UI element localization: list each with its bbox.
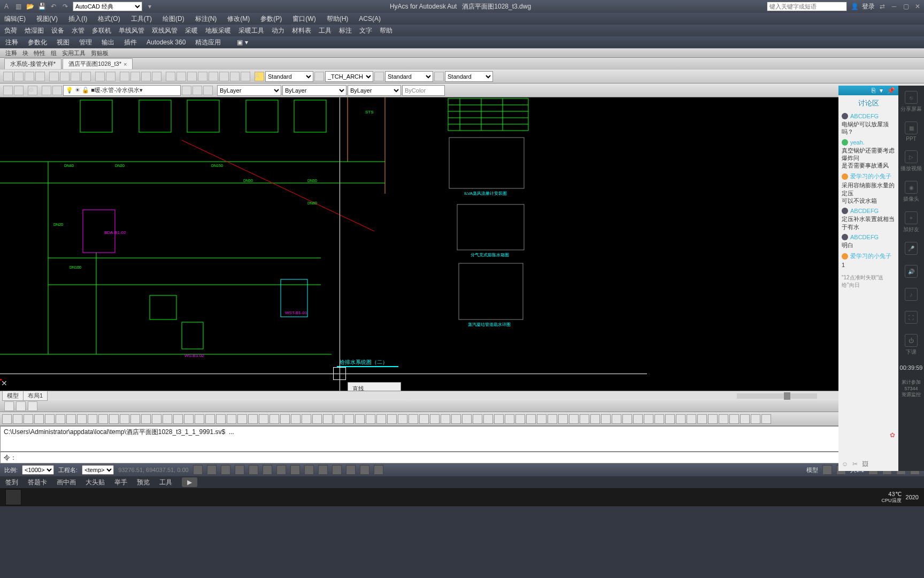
pin-icon[interactable]: 📌 (887, 87, 895, 94)
tool-icon[interactable] (237, 414, 247, 424)
scissor-icon[interactable]: ✂ (852, 460, 858, 468)
sc-icon[interactable] (332, 465, 342, 475)
taskbar-app-icon[interactable] (5, 489, 21, 505)
ml-style-combo[interactable]: Standard (445, 71, 493, 82)
hyacs-vrf[interactable]: 多联机 (92, 26, 111, 35)
layer-icon[interactable] (42, 86, 51, 95)
menu-acs[interactable]: ACS(A) (359, 15, 381, 22)
mic-button[interactable]: 🎤 (905, 242, 918, 256)
tool-icon[interactable] (25, 72, 34, 81)
tb-icon[interactable] (166, 72, 175, 81)
qb-icon[interactable] (4, 401, 14, 411)
tool-icon[interactable] (526, 414, 536, 424)
model-tab[interactable]: 模型 (2, 391, 24, 401)
tool-icon[interactable] (98, 414, 108, 424)
tool-icon[interactable] (227, 414, 236, 424)
music-button[interactable]: ♪ (905, 288, 918, 302)
tool-icon[interactable] (387, 414, 397, 424)
gear-icon[interactable]: ⚙ (28, 86, 37, 95)
tool-icon[interactable] (601, 414, 611, 424)
dim-style-combo[interactable]: _TCH_ARCH (325, 71, 373, 82)
tool-icon[interactable] (312, 414, 322, 424)
tool-icon[interactable] (419, 414, 429, 424)
panel-group[interactable]: 组 (51, 49, 57, 57)
hyacs-dim[interactable]: 标注 (339, 26, 352, 35)
ribbon-manage[interactable]: 管理 (79, 38, 92, 47)
hyacs-heating[interactable]: 采暖 (185, 26, 198, 35)
save-icon[interactable]: 💾 (37, 2, 46, 11)
zoomwin-icon[interactable] (141, 72, 151, 81)
panel-props[interactable]: 特性 (34, 49, 45, 57)
ribbon-parametric[interactable]: 参数化 (28, 38, 47, 47)
tool-icon[interactable] (366, 414, 375, 424)
tool-icon[interactable] (152, 414, 161, 424)
grid-icon[interactable] (207, 465, 217, 475)
more-icon[interactable]: ▾ (145, 2, 154, 11)
am-icon[interactable] (346, 465, 356, 475)
tool-icon[interactable] (740, 414, 750, 424)
tool-icon[interactable] (173, 414, 183, 424)
panel-annotate[interactable]: 注释 (5, 49, 17, 57)
tool-icon[interactable] (66, 414, 76, 424)
linetype-combo[interactable]: ByLayer (282, 85, 346, 96)
project-combo[interactable]: <temp> (82, 465, 114, 475)
camera-button[interactable]: ◉摄像头 (903, 181, 919, 203)
layer-icon[interactable] (52, 86, 62, 95)
command-input[interactable]: 令： (0, 452, 924, 463)
menu-insert[interactable]: 插入(I) (68, 14, 87, 24)
share-screen-button[interactable]: ⎋ 分享屏幕 (900, 91, 922, 113)
tb-icon[interactable] (209, 72, 218, 81)
ribbon-360[interactable]: Autodesk 360 (147, 39, 186, 46)
tool-icon[interactable] (761, 414, 771, 424)
tool-icon[interactable] (473, 414, 482, 424)
dyn-icon[interactable] (276, 465, 286, 475)
tool-icon[interactable] (302, 414, 311, 424)
sb-icon[interactable] (822, 465, 832, 475)
tool-icon[interactable] (665, 414, 675, 424)
ribbon-featured[interactable]: 精选应用 (195, 38, 221, 47)
popout-icon[interactable]: ⎘ (872, 87, 875, 94)
tb-icon[interactable] (187, 72, 197, 81)
hyacs-load[interactable]: 负荷 (4, 26, 17, 35)
hyacs-heattools[interactable]: 采暖工具 (238, 26, 264, 35)
hyacs-floorheat[interactable]: 地板采暖 (205, 26, 231, 35)
panel-block[interactable]: 块 (22, 49, 28, 57)
tb-icon[interactable] (230, 72, 240, 81)
cut-icon[interactable] (49, 72, 59, 81)
hyacs-power[interactable]: 动力 (272, 26, 284, 35)
ortho-icon[interactable] (221, 465, 230, 475)
tool-icon[interactable] (270, 414, 279, 424)
tool-icon[interactable] (751, 414, 760, 424)
tool-icon[interactable] (216, 414, 226, 424)
bb-tools[interactable]: 工具 (159, 478, 172, 487)
mlstyle-icon[interactable] (434, 72, 444, 81)
hyacs-duct2[interactable]: 双线风管 (152, 26, 178, 35)
qb-icon[interactable] (28, 401, 37, 411)
menu-dimension[interactable]: 标注(N) (195, 14, 217, 24)
login-button[interactable]: 登录 (862, 2, 875, 11)
hyacs-help[interactable]: 帮助 (380, 26, 392, 35)
new-icon[interactable]: ▥ (14, 2, 22, 11)
close-tab-icon[interactable]: × (124, 61, 127, 67)
menu-modify[interactable]: 修改(M) (227, 14, 250, 24)
tool-icon[interactable] (729, 414, 739, 424)
tool-icon[interactable] (77, 414, 87, 424)
hyacs-bom[interactable]: 材料表 (292, 26, 311, 35)
textstyle-icon[interactable]: A (255, 72, 264, 81)
workspace-select[interactable]: AutoCAD 经典 (73, 2, 142, 11)
ribbon-collapse-icon[interactable]: ▣ ▾ (237, 39, 248, 46)
tablestyle-icon[interactable] (374, 72, 384, 81)
menu-param[interactable]: 参数(P) (260, 14, 282, 24)
hyacs-psych[interactable]: 焓湿图 (25, 26, 44, 35)
lineweight-combo[interactable]: ByLayer (348, 85, 401, 96)
hyacs-tools[interactable]: 工具 (319, 26, 332, 35)
bb-hand[interactable]: 举手 (114, 478, 127, 487)
tool-icon[interactable] (280, 414, 290, 424)
tool-icon[interactable] (644, 414, 653, 424)
close-icon[interactable]: ✕ (913, 2, 922, 11)
file-tab-1[interactable]: 水系统-接管大样* (4, 58, 61, 69)
zoom-icon[interactable] (130, 72, 140, 81)
fullscreen-button[interactable]: ⛶ (905, 311, 918, 325)
playvideo-button[interactable]: ▷播放视频 (900, 150, 922, 172)
layer-tool-icon[interactable] (182, 86, 191, 95)
